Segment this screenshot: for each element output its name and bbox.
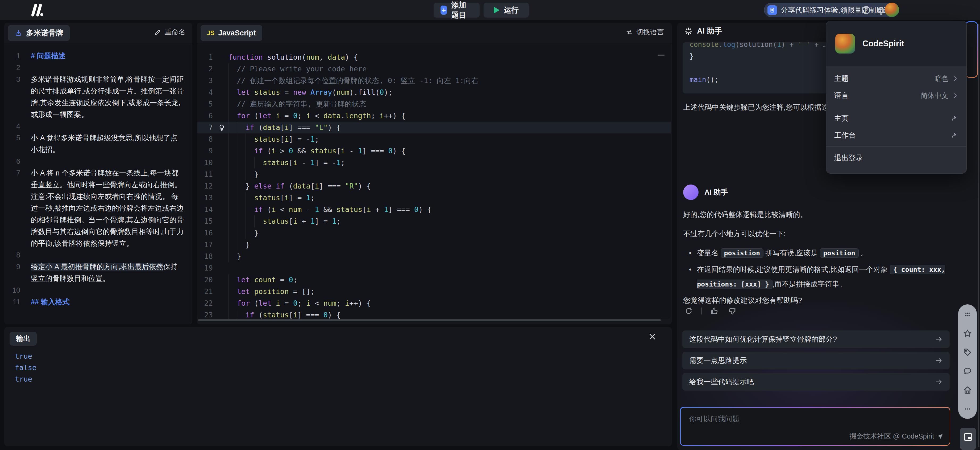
sidebar-toggle-icon[interactable] (7, 5, 18, 16)
js-badge: JS (207, 30, 215, 37)
ai-input-placeholder: 你可以问我问题 (689, 414, 740, 424)
code-line: 4 let status = new Array(num).fill(0); (197, 86, 671, 98)
output-tab-label: 输出 (16, 334, 30, 343)
line-number: 8 (197, 133, 215, 145)
inline-code: posistion (721, 249, 764, 258)
language-tab-label: JavaScript (218, 29, 256, 37)
markdown-line: 8 (4, 249, 191, 261)
floating-side-toolbar (958, 304, 977, 419)
line-number: 14 (197, 204, 215, 215)
tab-problem[interactable]: 多米诺骨牌 (8, 25, 70, 41)
code-line: 17 } (197, 239, 671, 251)
swap-icon (626, 29, 633, 36)
window-widget-button[interactable] (960, 428, 976, 450)
app-root: + 添加题目 运行 分享代码练习体验,领限量定制周边 多米诺骨牌 重命名 (0, 0, 980, 450)
code-line: 22 for (let i = 0; i < num; i++) { (197, 297, 671, 309)
markdown-line: 6 (4, 155, 191, 167)
menu-item-label: 语言 (834, 91, 849, 101)
code-line: 6 for (let i = 0; i < data.length; i++) … (197, 110, 671, 122)
markdown-line: 3多米诺骨牌游戏规则非常简单,将骨牌按一定间距的尺寸排成单行,或分行排成一片。推… (4, 73, 191, 120)
add-question-button[interactable]: + 添加题目 (434, 3, 480, 18)
pencil-icon (154, 29, 161, 36)
vertical-scrollbar[interactable] (978, 24, 979, 447)
inline-code: { count: xxx, positions: [xxx] } (697, 265, 945, 289)
survey-icon (767, 5, 777, 15)
rename-button[interactable]: 重命名 (154, 27, 185, 37)
arrow-right-icon (935, 357, 943, 364)
run-button[interactable]: 运行 (484, 3, 529, 18)
line-number: 12 (197, 180, 215, 192)
suggested-question[interactable]: 给我一些代码提示吧 (682, 373, 950, 391)
problem-markdown-editor[interactable]: 1# 问题描述23多米诺骨牌游戏规则非常简单,将骨牌按一定间距的尺寸排成单行,或… (4, 43, 191, 324)
line-number: 6 (4, 155, 31, 167)
line-number: 4 (197, 86, 215, 98)
menu-item-label: 主题 (834, 74, 849, 83)
star-icon[interactable] (962, 327, 974, 339)
line-number: 21 (197, 286, 215, 297)
menu-item-语言[interactable]: 语言简体中文 (826, 87, 966, 104)
menu-item-主题[interactable]: 主题暗色 (826, 70, 966, 87)
lightbulb-icon[interactable] (218, 124, 225, 131)
run-label: 运行 (504, 5, 519, 15)
tab-output[interactable]: 输出 (10, 332, 37, 346)
ai-message-header: AI 助手 (683, 185, 728, 200)
output-line: false (15, 362, 37, 373)
logo-m-icon[interactable] (29, 3, 46, 17)
code-line: 21 let position = []; (197, 286, 671, 297)
menu-divider (826, 107, 966, 107)
ai-message-paragraph: 不过有几个小地方可以优化一下: (683, 228, 951, 239)
code-line: 5 // 遍历输入的字符串, 更新骨牌的状态 (197, 98, 671, 110)
horizontal-scrollbar[interactable] (198, 319, 661, 321)
help-icon[interactable] (861, 5, 872, 16)
actions-divider (701, 308, 702, 314)
close-icon[interactable] (647, 331, 658, 342)
watermark: 掘金技术社区 @ CodeSpirit (850, 432, 943, 441)
external-link-icon (951, 132, 958, 139)
tab-javascript[interactable]: JS JavaScript (200, 25, 262, 41)
dots-icon[interactable] (962, 403, 974, 415)
plus-icon: + (441, 6, 447, 14)
line-number: 7 (4, 167, 31, 249)
suggested-question[interactable]: 需要一点思路提示 (682, 352, 950, 369)
chat-icon[interactable] (962, 365, 974, 377)
output-panel: 输出 truefalsetrue (4, 327, 672, 446)
line-number: 3 (4, 73, 31, 120)
code-editor-content[interactable]: 1function solution(num, data) {2 // Plea… (197, 43, 671, 319)
code-line: 2 // Please write your code here (197, 63, 671, 75)
code-line: 23 if (status[i] === 0) { (197, 309, 671, 319)
menu-item-signout[interactable]: 退出登录 (826, 149, 966, 166)
code-line: 13 status[i] = 1; (197, 192, 671, 204)
regenerate-icon[interactable] (683, 305, 694, 317)
markdown-line: 9给定小 A 最初推骨牌的方向,求出最后依然保持竖立的骨牌数目和位置。 (4, 261, 191, 284)
thumbs-up-icon[interactable] (709, 305, 720, 317)
line-number: 11 (4, 296, 31, 308)
thumbs-down-icon[interactable] (727, 305, 738, 317)
menu-item-工作台[interactable]: 工作台 (826, 127, 966, 144)
code-line: 14 if (i < num - 1 && status[i + 1] === … (197, 204, 671, 215)
line-number: 4 (4, 120, 31, 132)
topbar-divider (855, 6, 856, 14)
download-arrow-icon (14, 29, 22, 37)
code-editor-panel: JS JavaScript 切换语言 1function solution(nu… (197, 22, 672, 324)
grid-handle-icon[interactable] (962, 309, 974, 320)
code-line: 19 (197, 262, 671, 274)
suggested-question[interactable]: 这段代码中如何优化计算保持竖立骨牌的部分? (682, 330, 950, 348)
line-number: 19 (197, 262, 215, 274)
line-number: 5 (4, 132, 31, 155)
line-number: 6 (197, 110, 215, 122)
ai-chat-input[interactable]: 你可以问我问题 掘金技术社区 @ CodeSpirit (680, 407, 950, 446)
dropdown-user-row[interactable]: CodeSpirit (826, 21, 966, 66)
tag-icon[interactable] (962, 346, 974, 358)
code-line: 12 } else if (data[i] === "R") { (197, 180, 671, 192)
avatar[interactable] (885, 3, 899, 17)
line-number: 23 (197, 309, 215, 319)
line-number: 2 (197, 63, 215, 75)
switch-language-button[interactable]: 切换语言 (626, 27, 664, 37)
menu-item-主页[interactable]: 主页 (826, 110, 966, 127)
home-icon[interactable] (962, 384, 974, 396)
output-line: true (15, 373, 37, 385)
line-number: 1 (4, 50, 31, 62)
window-icon (963, 431, 974, 442)
markdown-line: 10 (4, 284, 191, 296)
code-line: 15 status[i + 1] = 1; (197, 215, 671, 227)
